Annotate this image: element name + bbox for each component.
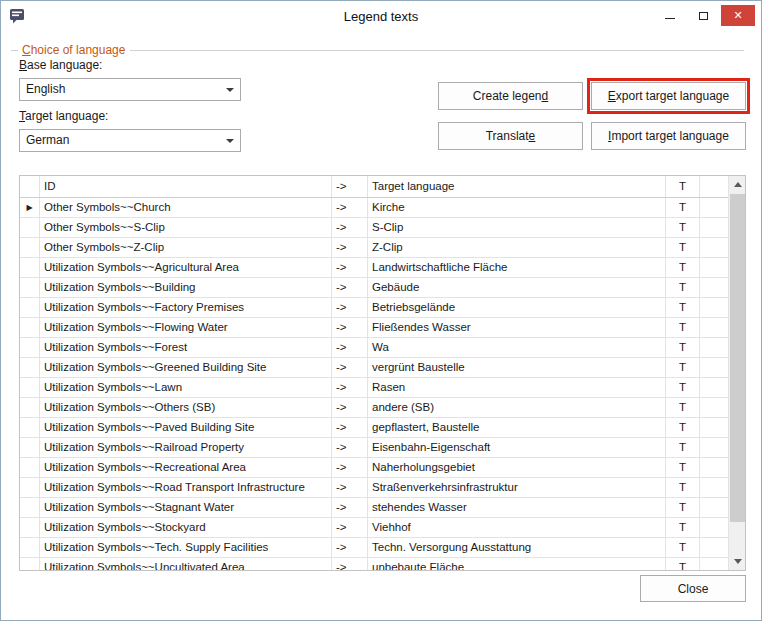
table-row[interactable]: Utilization Symbols~~Building -> Gebäude… xyxy=(20,278,745,298)
window-title: Legend texts xyxy=(1,1,761,32)
arrow-cell: -> xyxy=(332,358,368,377)
target-cell[interactable]: Z-Clip xyxy=(368,238,666,257)
t-cell[interactable]: T xyxy=(666,538,700,557)
export-target-language-button[interactable]: Export target language xyxy=(591,82,746,110)
titlebar[interactable]: Legend texts ✕ xyxy=(1,1,761,32)
scrollbar-thumb[interactable] xyxy=(730,194,745,522)
table-row[interactable]: Utilization Symbols~~Railroad Property -… xyxy=(20,438,745,458)
target-cell[interactable]: Viehhof xyxy=(368,518,666,537)
table-row[interactable]: Utilization Symbols~~Road Transport Infr… xyxy=(20,478,745,498)
legend-translation-table: ID -> Target language T ▶ Other Symbols~… xyxy=(19,175,746,571)
legend-texts-dialog: Legend texts ✕ Choice of language Base l… xyxy=(0,0,762,621)
t-cell[interactable]: T xyxy=(666,438,700,457)
row-indicator-cell xyxy=(20,298,40,317)
row-indicator-cell xyxy=(20,538,40,557)
target-cell[interactable]: Kirche xyxy=(368,198,666,217)
target-cell[interactable]: Naherholungsgebiet xyxy=(368,458,666,477)
table-row[interactable]: ▶ Other Symbols~~Church -> Kirche T xyxy=(20,198,745,218)
target-cell[interactable]: unbebaute Fläche xyxy=(368,558,666,571)
target-language-select[interactable]: German xyxy=(19,129,241,152)
scrollbar-down-button[interactable] xyxy=(729,553,746,570)
table-row[interactable]: Other Symbols~~Z-Clip -> Z-Clip T xyxy=(20,238,745,258)
base-language-select[interactable]: English xyxy=(19,78,241,101)
t-cell[interactable]: T xyxy=(666,518,700,537)
target-cell[interactable]: Rasen xyxy=(368,378,666,397)
t-cell[interactable]: T xyxy=(666,478,700,497)
target-cell[interactable]: S-Clip xyxy=(368,218,666,237)
t-cell[interactable]: T xyxy=(666,258,700,277)
t-cell[interactable]: T xyxy=(666,198,700,217)
id-cell: Utilization Symbols~~Forest xyxy=(40,338,332,357)
target-cell[interactable]: Techn. Versorgung Ausstattung xyxy=(368,538,666,557)
table-row[interactable]: Utilization Symbols~~Flowing Water -> Fl… xyxy=(20,318,745,338)
import-target-language-button[interactable]: Import target language xyxy=(591,122,746,150)
target-cell[interactable]: vergrünt Baustelle xyxy=(368,358,666,377)
id-cell: Utilization Symbols~~Road Transport Infr… xyxy=(40,478,332,497)
header-id[interactable]: ID xyxy=(40,176,332,197)
t-cell[interactable]: T xyxy=(666,398,700,417)
t-cell[interactable]: T xyxy=(666,498,700,517)
t-cell[interactable]: T xyxy=(666,338,700,357)
table-row[interactable]: Utilization Symbols~~Agricultural Area -… xyxy=(20,258,745,278)
id-cell: Utilization Symbols~~Greened Building Si… xyxy=(40,358,332,377)
table-row[interactable]: Utilization Symbols~~Greened Building Si… xyxy=(20,358,745,378)
t-cell[interactable]: T xyxy=(666,238,700,257)
minimize-button[interactable] xyxy=(655,5,685,26)
table-row[interactable]: Utilization Symbols~~Tech. Supply Facili… xyxy=(20,538,745,558)
id-cell: Utilization Symbols~~Stockyard xyxy=(40,518,332,537)
row-indicator-cell xyxy=(20,558,40,571)
arrow-cell: -> xyxy=(332,378,368,397)
table-row[interactable]: Utilization Symbols~~Lawn -> Rasen T xyxy=(20,378,745,398)
translate-button[interactable]: Translate xyxy=(438,122,583,150)
table-row[interactable]: Utilization Symbols~~Forest -> Wa T xyxy=(20,338,745,358)
t-cell[interactable]: T xyxy=(666,218,700,237)
group-line-left xyxy=(11,50,18,51)
t-cell[interactable]: T xyxy=(666,358,700,377)
header-target-language[interactable]: Target language xyxy=(368,176,666,197)
t-cell[interactable]: T xyxy=(666,298,700,317)
close-window-button[interactable]: ✕ xyxy=(721,5,755,26)
scrollbar-up-button[interactable] xyxy=(729,176,746,193)
header-arrow: -> xyxy=(332,176,368,197)
target-cell[interactable]: andere (SB) xyxy=(368,398,666,417)
target-cell[interactable]: Wa xyxy=(368,338,666,357)
arrow-cell: -> xyxy=(332,458,368,477)
target-cell[interactable]: stehendes Wasser xyxy=(368,498,666,517)
vertical-scrollbar[interactable] xyxy=(728,176,745,570)
target-cell[interactable]: Straßenverkehrsinfrastruktur xyxy=(368,478,666,497)
header-indicator-cell xyxy=(20,176,40,197)
target-cell[interactable]: Betriebsgelände xyxy=(368,298,666,317)
table-row[interactable]: Utilization Symbols~~Factory Premises ->… xyxy=(20,298,745,318)
target-cell[interactable]: Gebäude xyxy=(368,278,666,297)
create-legend-button[interactable]: Create legend xyxy=(438,82,583,110)
table-row[interactable]: Utilization Symbols~~Others (SB) -> ande… xyxy=(20,398,745,418)
t-cell[interactable]: T xyxy=(666,318,700,337)
arrow-cell: -> xyxy=(332,538,368,557)
target-cell[interactable]: Fließendes Wasser xyxy=(368,318,666,337)
arrow-cell: -> xyxy=(332,198,368,217)
id-cell: Utilization Symbols~~Agricultural Area xyxy=(40,258,332,277)
close-button[interactable]: Close xyxy=(640,575,746,602)
row-indicator-cell xyxy=(20,278,40,297)
table-row[interactable]: Utilization Symbols~~Uncultivated Area -… xyxy=(20,558,745,571)
target-cell[interactable]: gepflastert, Baustelle xyxy=(368,418,666,437)
table-row[interactable]: Other Symbols~~S-Clip -> S-Clip T xyxy=(20,218,745,238)
t-cell[interactable]: T xyxy=(666,278,700,297)
table-row[interactable]: Utilization Symbols~~Paved Building Site… xyxy=(20,418,745,438)
row-indicator-cell xyxy=(20,318,40,337)
t-cell[interactable]: T xyxy=(666,458,700,477)
table-row[interactable]: Utilization Symbols~~Stockyard -> Viehho… xyxy=(20,518,745,538)
table-row[interactable]: Utilization Symbols~~Recreational Area -… xyxy=(20,458,745,478)
t-cell[interactable]: T xyxy=(666,558,700,571)
t-cell[interactable]: T xyxy=(666,418,700,437)
maximize-button[interactable] xyxy=(688,5,718,26)
target-cell[interactable]: Landwirtschaftliche Fläche xyxy=(368,258,666,277)
arrow-cell: -> xyxy=(332,438,368,457)
id-cell: Other Symbols~~Church xyxy=(40,198,332,217)
chevron-down-icon xyxy=(226,139,234,143)
t-cell[interactable]: T xyxy=(666,378,700,397)
window-controls: ✕ xyxy=(655,5,755,26)
row-indicator-cell xyxy=(20,498,40,517)
target-cell[interactable]: Eisenbahn-Eigenschaft xyxy=(368,438,666,457)
table-row[interactable]: Utilization Symbols~~Stagnant Water -> s… xyxy=(20,498,745,518)
